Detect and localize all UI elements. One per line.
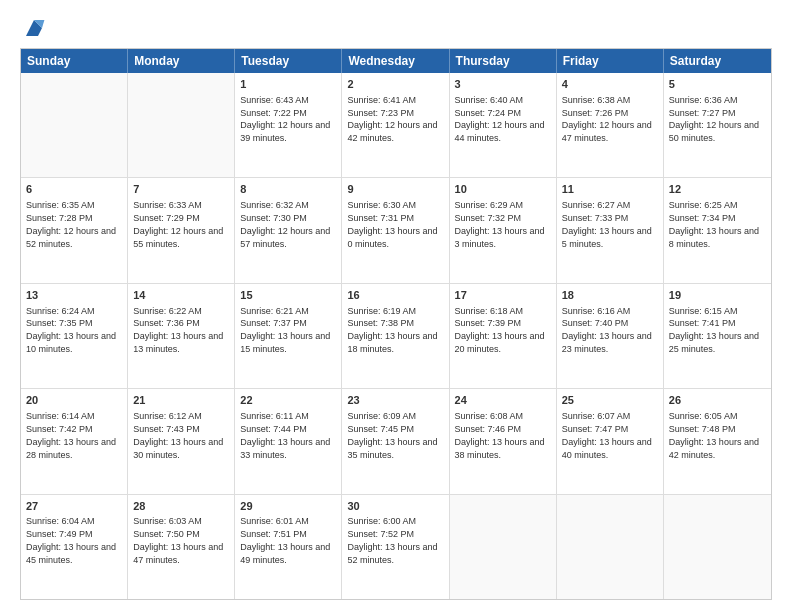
- day-number: 16: [347, 288, 443, 303]
- logo: [20, 16, 46, 40]
- calendar-cell: 13Sunrise: 6:24 AM Sunset: 7:35 PM Dayli…: [21, 284, 128, 388]
- day-number: 14: [133, 288, 229, 303]
- day-info: Sunrise: 6:35 AM Sunset: 7:28 PM Dayligh…: [26, 200, 116, 248]
- day-info: Sunrise: 6:27 AM Sunset: 7:33 PM Dayligh…: [562, 200, 652, 248]
- logo-icon: [22, 16, 46, 40]
- calendar-cell: 20Sunrise: 6:14 AM Sunset: 7:42 PM Dayli…: [21, 389, 128, 493]
- day-number: 8: [240, 182, 336, 197]
- calendar-cell: 24Sunrise: 6:08 AM Sunset: 7:46 PM Dayli…: [450, 389, 557, 493]
- day-number: 29: [240, 499, 336, 514]
- day-number: 10: [455, 182, 551, 197]
- header-day: Tuesday: [235, 49, 342, 73]
- calendar-cell: 27Sunrise: 6:04 AM Sunset: 7:49 PM Dayli…: [21, 495, 128, 599]
- calendar-cell: 28Sunrise: 6:03 AM Sunset: 7:50 PM Dayli…: [128, 495, 235, 599]
- calendar-cell: 11Sunrise: 6:27 AM Sunset: 7:33 PM Dayli…: [557, 178, 664, 282]
- day-info: Sunrise: 6:00 AM Sunset: 7:52 PM Dayligh…: [347, 516, 437, 564]
- day-number: 13: [26, 288, 122, 303]
- day-info: Sunrise: 6:21 AM Sunset: 7:37 PM Dayligh…: [240, 306, 330, 354]
- day-info: Sunrise: 6:16 AM Sunset: 7:40 PM Dayligh…: [562, 306, 652, 354]
- day-number: 3: [455, 77, 551, 92]
- calendar-cell: [450, 495, 557, 599]
- day-info: Sunrise: 6:08 AM Sunset: 7:46 PM Dayligh…: [455, 411, 545, 459]
- calendar-cell: 18Sunrise: 6:16 AM Sunset: 7:40 PM Dayli…: [557, 284, 664, 388]
- day-info: Sunrise: 6:05 AM Sunset: 7:48 PM Dayligh…: [669, 411, 759, 459]
- day-info: Sunrise: 6:04 AM Sunset: 7:49 PM Dayligh…: [26, 516, 116, 564]
- calendar-cell: 10Sunrise: 6:29 AM Sunset: 7:32 PM Dayli…: [450, 178, 557, 282]
- day-number: 19: [669, 288, 766, 303]
- calendar-row: 6Sunrise: 6:35 AM Sunset: 7:28 PM Daylig…: [21, 178, 771, 283]
- calendar-cell: 14Sunrise: 6:22 AM Sunset: 7:36 PM Dayli…: [128, 284, 235, 388]
- day-info: Sunrise: 6:32 AM Sunset: 7:30 PM Dayligh…: [240, 200, 330, 248]
- header-day: Wednesday: [342, 49, 449, 73]
- day-number: 18: [562, 288, 658, 303]
- day-number: 7: [133, 182, 229, 197]
- calendar: SundayMondayTuesdayWednesdayThursdayFrid…: [20, 48, 772, 600]
- day-number: 28: [133, 499, 229, 514]
- calendar-row: 20Sunrise: 6:14 AM Sunset: 7:42 PM Dayli…: [21, 389, 771, 494]
- day-number: 5: [669, 77, 766, 92]
- calendar-cell: 22Sunrise: 6:11 AM Sunset: 7:44 PM Dayli…: [235, 389, 342, 493]
- calendar-cell: 17Sunrise: 6:18 AM Sunset: 7:39 PM Dayli…: [450, 284, 557, 388]
- calendar-cell: 21Sunrise: 6:12 AM Sunset: 7:43 PM Dayli…: [128, 389, 235, 493]
- day-info: Sunrise: 6:36 AM Sunset: 7:27 PM Dayligh…: [669, 95, 759, 143]
- calendar-cell: [557, 495, 664, 599]
- day-number: 23: [347, 393, 443, 408]
- day-info: Sunrise: 6:01 AM Sunset: 7:51 PM Dayligh…: [240, 516, 330, 564]
- day-info: Sunrise: 6:11 AM Sunset: 7:44 PM Dayligh…: [240, 411, 330, 459]
- day-info: Sunrise: 6:33 AM Sunset: 7:29 PM Dayligh…: [133, 200, 223, 248]
- day-number: 11: [562, 182, 658, 197]
- header-day: Friday: [557, 49, 664, 73]
- calendar-cell: 15Sunrise: 6:21 AM Sunset: 7:37 PM Dayli…: [235, 284, 342, 388]
- calendar-cell: 30Sunrise: 6:00 AM Sunset: 7:52 PM Dayli…: [342, 495, 449, 599]
- calendar-cell: 6Sunrise: 6:35 AM Sunset: 7:28 PM Daylig…: [21, 178, 128, 282]
- day-info: Sunrise: 6:38 AM Sunset: 7:26 PM Dayligh…: [562, 95, 652, 143]
- calendar-cell: 23Sunrise: 6:09 AM Sunset: 7:45 PM Dayli…: [342, 389, 449, 493]
- calendar-cell: 4Sunrise: 6:38 AM Sunset: 7:26 PM Daylig…: [557, 73, 664, 177]
- day-info: Sunrise: 6:22 AM Sunset: 7:36 PM Dayligh…: [133, 306, 223, 354]
- calendar-row: 13Sunrise: 6:24 AM Sunset: 7:35 PM Dayli…: [21, 284, 771, 389]
- calendar-cell: 12Sunrise: 6:25 AM Sunset: 7:34 PM Dayli…: [664, 178, 771, 282]
- header-day: Sunday: [21, 49, 128, 73]
- day-number: 9: [347, 182, 443, 197]
- day-number: 21: [133, 393, 229, 408]
- day-info: Sunrise: 6:12 AM Sunset: 7:43 PM Dayligh…: [133, 411, 223, 459]
- calendar-cell: 19Sunrise: 6:15 AM Sunset: 7:41 PM Dayli…: [664, 284, 771, 388]
- page: SundayMondayTuesdayWednesdayThursdayFrid…: [0, 0, 792, 612]
- day-number: 15: [240, 288, 336, 303]
- calendar-header: SundayMondayTuesdayWednesdayThursdayFrid…: [21, 49, 771, 73]
- day-number: 12: [669, 182, 766, 197]
- day-number: 17: [455, 288, 551, 303]
- calendar-cell: 2Sunrise: 6:41 AM Sunset: 7:23 PM Daylig…: [342, 73, 449, 177]
- day-info: Sunrise: 6:09 AM Sunset: 7:45 PM Dayligh…: [347, 411, 437, 459]
- calendar-cell: 29Sunrise: 6:01 AM Sunset: 7:51 PM Dayli…: [235, 495, 342, 599]
- day-number: 30: [347, 499, 443, 514]
- header: [20, 16, 772, 40]
- header-day: Thursday: [450, 49, 557, 73]
- day-number: 22: [240, 393, 336, 408]
- calendar-cell: 16Sunrise: 6:19 AM Sunset: 7:38 PM Dayli…: [342, 284, 449, 388]
- day-number: 25: [562, 393, 658, 408]
- day-number: 4: [562, 77, 658, 92]
- day-info: Sunrise: 6:29 AM Sunset: 7:32 PM Dayligh…: [455, 200, 545, 248]
- calendar-cell: 3Sunrise: 6:40 AM Sunset: 7:24 PM Daylig…: [450, 73, 557, 177]
- calendar-cell: [128, 73, 235, 177]
- day-number: 27: [26, 499, 122, 514]
- day-info: Sunrise: 6:25 AM Sunset: 7:34 PM Dayligh…: [669, 200, 759, 248]
- calendar-row: 1Sunrise: 6:43 AM Sunset: 7:22 PM Daylig…: [21, 73, 771, 178]
- day-number: 2: [347, 77, 443, 92]
- calendar-cell: 8Sunrise: 6:32 AM Sunset: 7:30 PM Daylig…: [235, 178, 342, 282]
- calendar-cell: 7Sunrise: 6:33 AM Sunset: 7:29 PM Daylig…: [128, 178, 235, 282]
- calendar-cell: 9Sunrise: 6:30 AM Sunset: 7:31 PM Daylig…: [342, 178, 449, 282]
- day-info: Sunrise: 6:15 AM Sunset: 7:41 PM Dayligh…: [669, 306, 759, 354]
- day-number: 1: [240, 77, 336, 92]
- header-day: Monday: [128, 49, 235, 73]
- day-info: Sunrise: 6:07 AM Sunset: 7:47 PM Dayligh…: [562, 411, 652, 459]
- calendar-cell: 26Sunrise: 6:05 AM Sunset: 7:48 PM Dayli…: [664, 389, 771, 493]
- day-number: 26: [669, 393, 766, 408]
- day-number: 6: [26, 182, 122, 197]
- day-number: 24: [455, 393, 551, 408]
- calendar-cell: 5Sunrise: 6:36 AM Sunset: 7:27 PM Daylig…: [664, 73, 771, 177]
- calendar-row: 27Sunrise: 6:04 AM Sunset: 7:49 PM Dayli…: [21, 495, 771, 599]
- day-number: 20: [26, 393, 122, 408]
- day-info: Sunrise: 6:19 AM Sunset: 7:38 PM Dayligh…: [347, 306, 437, 354]
